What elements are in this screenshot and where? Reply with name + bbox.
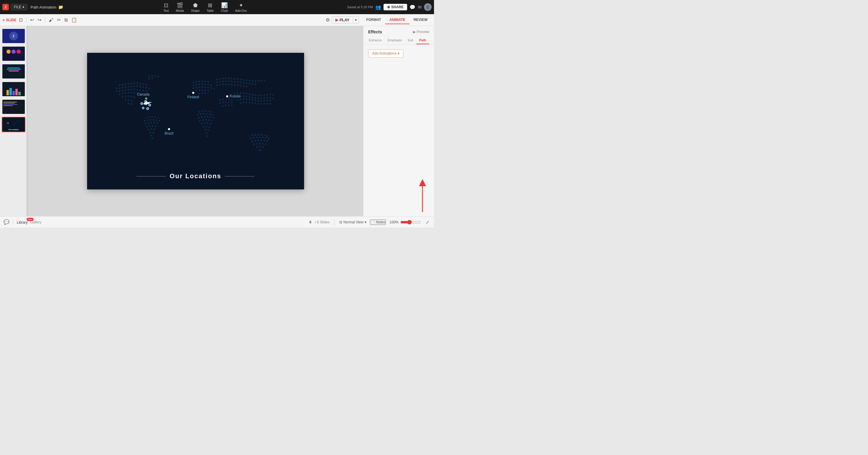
- format-painter-button[interactable]: 🖌: [48, 16, 55, 24]
- right-toolbar: ⚙ ▶ PLAY ▾ FORMAT ANIMATE REVIEW: [324, 16, 432, 24]
- share-button[interactable]: ⊕ SHARE: [383, 4, 407, 10]
- slide-thumbnail-6[interactable]: ✈ Our Locations: [2, 117, 25, 132]
- library-button[interactable]: Library: [17, 220, 28, 225]
- separator-bottom-2: [334, 219, 335, 225]
- toolbar-shape[interactable]: ⬟ Shape: [191, 2, 199, 12]
- plus-icon: +: [2, 18, 5, 23]
- copy-button[interactable]: ⧉: [63, 16, 69, 24]
- tab-emphasis[interactable]: Emphasis: [385, 37, 405, 44]
- top-bar-left: Z FILE ▾ Path Animation 📁: [2, 4, 63, 10]
- chat-icon[interactable]: 💬: [4, 219, 9, 225]
- folder-icon[interactable]: 📁: [58, 5, 63, 9]
- tab-exit[interactable]: Exit: [405, 37, 416, 44]
- slide-thumbnail-4[interactable]: [2, 82, 25, 97]
- second-toolbar: + SLIDE ⊡ ↩ ↪ 🖌 ✂ ⧉ 📋 ⚙ ▶ PLAY ▾ FORMAT …: [0, 14, 434, 26]
- add-animations-button[interactable]: Add Animations ▾: [368, 49, 403, 58]
- svg-point-137: [240, 82, 241, 83]
- slide-canvas[interactable]: Canada Finland Russia Brazil: [87, 53, 304, 189]
- svg-point-173: [205, 119, 206, 121]
- tab-animate[interactable]: ANIMATE: [385, 16, 409, 24]
- svg-point-294: [219, 99, 221, 101]
- svg-point-144: [219, 84, 221, 86]
- shape-label: Shape: [191, 9, 199, 12]
- undo-button[interactable]: ↩: [29, 16, 35, 24]
- scissors-button[interactable]: ✂: [56, 16, 62, 24]
- svg-point-227: [252, 141, 253, 142]
- svg-point-217: [260, 134, 262, 136]
- toolbar-text[interactable]: ⊡ Text: [163, 2, 168, 12]
- svg-point-226: [268, 138, 269, 139]
- zoom-slider[interactable]: [400, 220, 421, 225]
- view-label: Normal View: [343, 220, 364, 224]
- svg-point-285: [246, 102, 247, 103]
- notes-icon: 📄: [371, 220, 375, 224]
- svg-point-110: [202, 93, 203, 94]
- svg-point-74: [130, 100, 132, 101]
- svg-point-64: [133, 92, 135, 94]
- slide-thumbnail-2[interactable]: [2, 46, 25, 61]
- svg-point-179: [210, 123, 211, 125]
- svg-point-165: [198, 117, 199, 119]
- svg-point-62: [128, 92, 129, 94]
- separator-2: [45, 17, 45, 23]
- preview-link[interactable]: ▶ Preview: [413, 30, 429, 34]
- slide-thumbnail-1[interactable]: Z: [2, 28, 25, 44]
- fullscreen-button[interactable]: ⤢: [425, 219, 430, 226]
- svg-point-82: [151, 77, 153, 79]
- svg-point-141: [252, 83, 253, 85]
- saved-status: Saved at 5:26 PM: [347, 5, 373, 9]
- normal-view-button[interactable]: ⊟ Normal View ▾: [339, 220, 366, 224]
- svg-point-124: [252, 80, 253, 82]
- svg-point-99: [202, 87, 203, 88]
- comments-icon[interactable]: 💬: [409, 4, 415, 10]
- notifications-icon[interactable]: ✉: [418, 4, 422, 10]
- svg-point-186: [206, 135, 208, 137]
- share-label: SHARE: [391, 5, 404, 9]
- svg-point-232: [266, 140, 268, 142]
- svg-point-24: [8, 126, 8, 127]
- svg-point-312: [142, 107, 144, 109]
- svg-point-152: [243, 86, 244, 87]
- tab-entrance[interactable]: Entrance: [366, 37, 385, 44]
- file-menu-button[interactable]: FILE ▾: [11, 4, 27, 10]
- svg-point-86: [202, 80, 203, 82]
- svg-point-91: [198, 84, 200, 85]
- play-dropdown-button[interactable]: ▾: [353, 16, 359, 24]
- tab-path[interactable]: Path: [416, 37, 429, 44]
- toolbar-media[interactable]: 🎬 Media: [176, 2, 184, 12]
- svg-point-108: [207, 90, 209, 92]
- svg-point-262: [249, 96, 250, 98]
- tab-review[interactable]: REVIEW: [409, 16, 432, 24]
- title-line-right: [225, 176, 254, 176]
- redo-button[interactable]: ↪: [36, 16, 42, 24]
- play-button[interactable]: ▶ PLAY: [332, 16, 353, 24]
- slide-thumbnail-5[interactable]: [2, 99, 25, 115]
- add-slide-button[interactable]: + SLIDE: [2, 18, 17, 23]
- svg-point-208: [151, 128, 152, 130]
- svg-point-210: [149, 132, 151, 133]
- collaborators-icon[interactable]: 👥: [375, 4, 381, 10]
- svg-point-212: [151, 135, 152, 136]
- canvas-area[interactable]: Canada Finland Russia Brazil: [28, 26, 363, 216]
- svg-point-133: [228, 80, 229, 82]
- user-avatar[interactable]: 👤: [424, 3, 432, 11]
- svg-point-224: [262, 137, 264, 138]
- slide-thumbnail-3[interactable]: [2, 64, 25, 79]
- svg-point-145: [222, 84, 223, 85]
- svg-point-246: [243, 93, 244, 94]
- svg-point-282: [269, 100, 271, 101]
- svg-point-140: [249, 83, 250, 85]
- tab-format[interactable]: FORMAT: [362, 16, 385, 24]
- toolbar-chart[interactable]: 📊 Chart: [221, 2, 228, 12]
- paste-button[interactable]: 📋: [70, 16, 78, 24]
- svg-point-268: [266, 97, 268, 99]
- svg-point-279: [260, 100, 262, 102]
- svg-point-200: [151, 122, 152, 124]
- toolbar-addons[interactable]: ✦ Add-Ons: [235, 2, 247, 12]
- settings-button[interactable]: ⚙: [324, 16, 331, 24]
- notes-button[interactable]: 📄 Notes: [370, 220, 386, 225]
- svg-point-251: [257, 95, 259, 96]
- layout-button[interactable]: ⊡: [18, 16, 24, 24]
- toolbar-table[interactable]: ⊞ Table: [207, 2, 214, 12]
- svg-point-280: [264, 100, 265, 101]
